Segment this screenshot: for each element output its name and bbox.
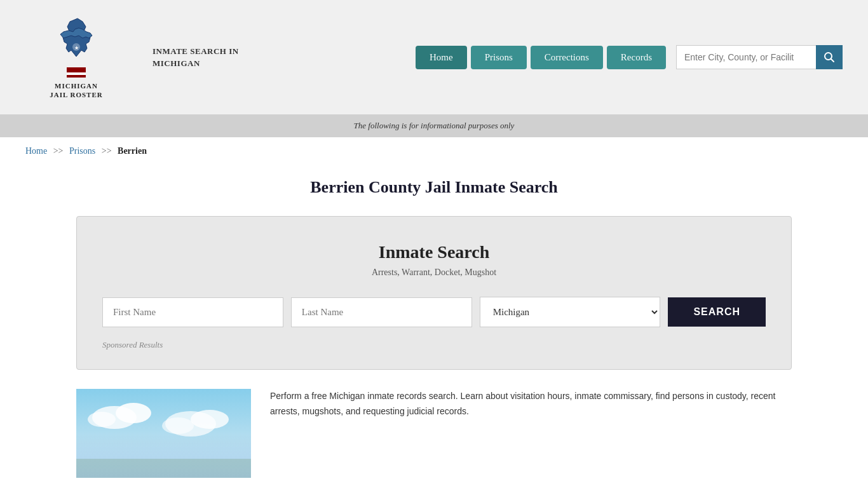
logo-area: ★ MICHIGAN JAIL ROSTER bbox=[25, 15, 127, 100]
svg-rect-3 bbox=[67, 72, 86, 75]
nav-records-button[interactable]: Records bbox=[607, 46, 666, 69]
svg-point-12 bbox=[88, 412, 116, 427]
svg-rect-9 bbox=[76, 389, 251, 478]
breadcrumb-prisons-link[interactable]: Prisons bbox=[69, 146, 95, 156]
svg-rect-4 bbox=[67, 75, 86, 78]
search-card-subtitle: Arrests, Warrant, Docket, Mugshot bbox=[102, 268, 766, 278]
svg-rect-16 bbox=[76, 459, 251, 478]
breadcrumb-current: Berrien bbox=[118, 146, 147, 156]
bottom-content: Perform a free Michigan inmate records s… bbox=[76, 389, 792, 478]
nav-corrections-button[interactable]: Corrections bbox=[531, 46, 603, 69]
nav-home-button[interactable]: Home bbox=[416, 46, 467, 69]
header-search-bar bbox=[676, 45, 843, 69]
site-title: INMATE SEARCH INMICHIGAN bbox=[153, 45, 239, 70]
header-search-button[interactable] bbox=[816, 45, 843, 69]
breadcrumb-sep1: >> bbox=[53, 146, 64, 156]
state-select[interactable]: AlabamaAlaskaArizonaArkansasCaliforniaCo… bbox=[480, 297, 661, 327]
nav-prisons-button[interactable]: Prisons bbox=[471, 46, 527, 69]
search-submit-button[interactable]: SEARCH bbox=[668, 297, 766, 327]
last-name-input[interactable] bbox=[291, 297, 472, 327]
sponsored-results-label: Sponsored Results bbox=[102, 340, 766, 350]
search-fields: AlabamaAlaskaArizonaArkansasCaliforniaCo… bbox=[102, 297, 766, 327]
svg-line-8 bbox=[831, 59, 834, 62]
breadcrumb: Home >> Prisons >> Berrien bbox=[0, 137, 868, 165]
search-card-title: Inmate Search bbox=[102, 242, 766, 262]
svg-rect-2 bbox=[67, 67, 86, 72]
info-banner: The following is for informational purpo… bbox=[0, 114, 868, 137]
bottom-thumbnail bbox=[76, 389, 251, 478]
svg-text:★: ★ bbox=[74, 45, 79, 51]
svg-marker-0 bbox=[63, 18, 90, 57]
search-card: Inmate Search Arrests, Warrant, Docket, … bbox=[76, 216, 792, 370]
logo-text: MICHIGAN JAIL ROSTER bbox=[50, 81, 102, 100]
breadcrumb-home-link[interactable]: Home bbox=[25, 146, 47, 156]
header-search-input[interactable] bbox=[676, 45, 816, 69]
search-icon bbox=[824, 51, 835, 63]
breadcrumb-sep2: >> bbox=[102, 146, 112, 156]
bottom-description: Perform a free Michigan inmate records s… bbox=[270, 389, 792, 419]
page-title: Berrien County Jail Inmate Search bbox=[0, 178, 868, 197]
svg-point-11 bbox=[116, 403, 151, 423]
svg-marker-1 bbox=[60, 28, 92, 38]
logo-image: ★ bbox=[51, 15, 102, 79]
svg-point-15 bbox=[162, 417, 194, 434]
main-nav: Home Prisons Corrections Records bbox=[416, 45, 843, 69]
svg-point-14 bbox=[191, 410, 229, 429]
first-name-input[interactable] bbox=[102, 297, 283, 327]
header: ★ MICHIGAN JAIL ROSTER INMATE SEARCH INM… bbox=[0, 0, 868, 114]
